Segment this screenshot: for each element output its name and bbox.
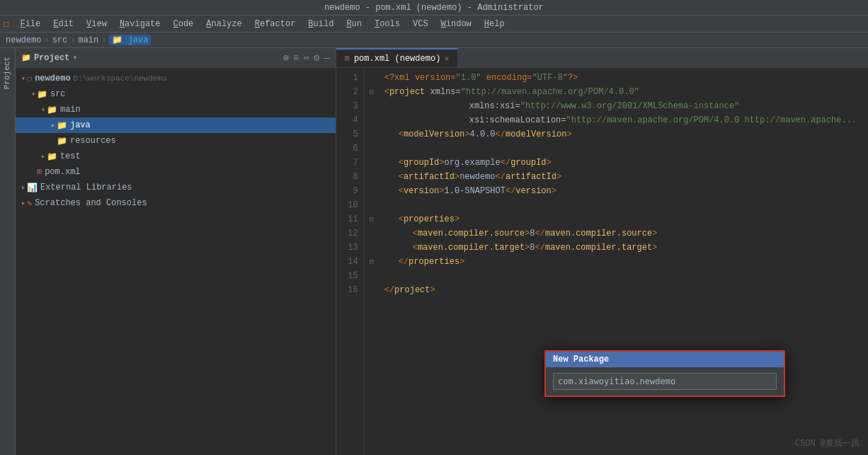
expand-arrow: ▸: [41, 152, 45, 161]
dialog-body: [546, 367, 784, 396]
expand-arrow: ▾: [31, 90, 35, 98]
code-line-4: xsi:schemaLocation="http://maven.apache.…: [384, 113, 857, 127]
project-panel: 📁 Project ▾ ⊕ ≡ ⇔ ⚙ — ▾ ☐ newdemo D:\wor…: [16, 48, 336, 455]
tree-item-resources[interactable]: ▸ 📁 resources: [16, 133, 336, 149]
expand-arrow: ▾: [21, 74, 25, 83]
tree-item-java[interactable]: ▸ 📁 java: [16, 117, 336, 133]
menu-view[interactable]: View: [81, 18, 113, 30]
tree-label-java: java: [70, 120, 91, 130]
panel-dropdown-arrow[interactable]: ▾: [72, 52, 77, 63]
tree-item-external-libs[interactable]: ▸ 📊 External Libraries: [16, 180, 336, 195]
code-line-16: </project>: [384, 283, 857, 297]
gutter: ⊟ ⊟ ⊟: [365, 68, 379, 455]
folder-icon-src: 📁: [37, 89, 47, 100]
settings-icon[interactable]: ⚙: [314, 52, 319, 64]
tab-bar: m pom.xml (newdemo) ✕: [336, 48, 868, 68]
menu-vcs[interactable]: VCS: [407, 18, 434, 30]
tab-close-button[interactable]: ✕: [445, 54, 449, 63]
code-line-5: <modelVersion>4.0.0</modelVersion>: [384, 127, 857, 142]
menu-run[interactable]: Run: [341, 18, 367, 30]
tree-item-pom-xml[interactable]: ▸ m pom.xml: [16, 164, 336, 180]
menu-code[interactable]: Code: [168, 18, 200, 30]
code-line-9: <version>1.0-SNAPSHOT</version>: [384, 184, 857, 198]
code-line-14: </properties>: [384, 255, 857, 269]
menu-build[interactable]: Build: [302, 18, 339, 30]
tree-item-src[interactable]: ▾ 📁 src: [16, 86, 336, 102]
code-line-11: <properties>: [384, 212, 857, 226]
menu-file[interactable]: File: [14, 18, 46, 30]
breadcrumb-main[interactable]: main: [78, 35, 98, 45]
code-line-12: <maven.compiler.source>8</maven.compiler…: [384, 226, 857, 241]
watermark: CSDN @夏我一跳: [795, 437, 860, 449]
expand-arrow: ▸: [51, 121, 55, 129]
folder-icon-test: 📁: [47, 151, 57, 162]
code-line-1: <?xml version="1.0" encoding="UTF-8"?>: [384, 71, 857, 85]
scratches-icon: ✎: [27, 198, 32, 209]
menu-navigate[interactable]: Navigate: [114, 18, 166, 30]
code-line-7: <groupId>org.example</groupId>: [384, 156, 857, 170]
folder-icon-resources: 📁: [57, 136, 67, 146]
code-line-15: [384, 269, 857, 283]
breadcrumb-newdemo[interactable]: newdemo: [6, 35, 41, 45]
ext-libs-icon: 📊: [27, 183, 38, 193]
tree-label-test: test: [60, 151, 81, 161]
breadcrumb-java[interactable]: 📁 java: [109, 35, 151, 45]
tree-label-resources: resources: [70, 136, 116, 146]
tree-label-newdemo: newdemo: [35, 74, 70, 83]
menu-analyze[interactable]: Analyze: [200, 18, 247, 30]
menu-help[interactable]: Help: [479, 18, 510, 30]
fold-indicator-14[interactable]: ⊟: [365, 255, 379, 269]
code-line-10: [384, 198, 857, 212]
app-logo: ☐: [3, 18, 8, 30]
menu-window[interactable]: Window: [435, 18, 477, 30]
folder-icon-java: 📁: [57, 120, 67, 131]
tab-label-pom: pom.xml (newdemo): [354, 54, 440, 64]
code-line-8: <artifactId>newdemo</artifactId>: [384, 170, 857, 184]
breadcrumb: newdemo › src › main › 📁 java: [0, 33, 868, 48]
folder-icon-main: 📁: [47, 105, 57, 115]
tree-item-test[interactable]: ▸ 📁 test: [16, 149, 336, 164]
panel-header: 📁 Project ▾ ⊕ ≡ ⇔ ⚙ —: [16, 48, 336, 68]
sidebar-strip: Project: [0, 48, 16, 455]
tree-view: ▾ ☐ newdemo D:\workspace\newdemo ▾ 📁 src…: [16, 68, 336, 455]
code-line-3: xmlns:xsi="http://www.w3.org/2001/XMLSch…: [384, 99, 857, 113]
menu-tools[interactable]: Tools: [369, 18, 406, 30]
panel-actions: ⊕ ≡ ⇔ ⚙ —: [283, 52, 330, 64]
new-package-input[interactable]: [553, 373, 777, 390]
collapse-all-icon[interactable]: ≡: [293, 52, 299, 64]
tree-item-main[interactable]: ▾ 📁 main: [16, 102, 336, 117]
folder-icon: 📁: [21, 53, 31, 62]
title-text: newdemo - pom.xml (newdemo) - Administra…: [324, 3, 544, 13]
fold-indicator-11[interactable]: ⊟: [365, 212, 379, 226]
tree-detail-path: D:\workspace\newdemo: [74, 74, 167, 83]
tree-item-newdemo[interactable]: ▾ ☐ newdemo D:\workspace\newdemo: [16, 71, 336, 86]
tree-label-scratches: Scratches and Consoles: [35, 198, 147, 208]
expand-arrow: ▸: [21, 183, 25, 192]
code-line-2: <project xmlns="http://maven.apache.org/…: [384, 85, 857, 99]
breadcrumb-src[interactable]: src: [52, 35, 68, 45]
scroll-from-source-icon[interactable]: ⇔: [303, 52, 309, 64]
project-panel-label[interactable]: Project: [0, 51, 14, 95]
pom-file-icon: m: [37, 167, 42, 177]
title-bar: newdemo - pom.xml (newdemo) - Administra…: [0, 0, 868, 16]
new-package-dialog: New Package: [544, 350, 785, 397]
tree-item-scratches[interactable]: ▸ ✎ Scratches and Consoles: [16, 195, 336, 211]
code-line-13: <maven.compiler.target>8</maven.compiler…: [384, 241, 857, 255]
menu-refactor[interactable]: Refactor: [249, 18, 302, 30]
menu-edit[interactable]: Edit: [47, 18, 79, 30]
sync-icon[interactable]: ⊕: [283, 52, 289, 64]
tree-label-main: main: [60, 105, 81, 115]
tree-label-pom: pom.xml: [45, 167, 80, 177]
menu-bar: ☐ File Edit View Navigate Code Analyze R…: [0, 16, 868, 33]
dialog-title: New Package: [546, 352, 784, 367]
tree-label-src: src: [50, 89, 66, 99]
tab-pom-icon: m: [345, 54, 350, 64]
expand-arrow: ▸: [21, 199, 25, 207]
close-panel-icon[interactable]: —: [324, 52, 329, 64]
fold-indicator-2[interactable]: ⊟: [365, 85, 379, 99]
module-icon: ☐: [27, 74, 32, 84]
tab-pom-xml[interactable]: m pom.xml (newdemo) ✕: [336, 48, 459, 67]
code-line-6: [384, 142, 857, 156]
vertical-scrollbar[interactable]: [862, 68, 868, 455]
line-numbers: 1 2 3 4 5 6 7 8 9 10 11 12 13 14 15 16: [336, 68, 365, 455]
